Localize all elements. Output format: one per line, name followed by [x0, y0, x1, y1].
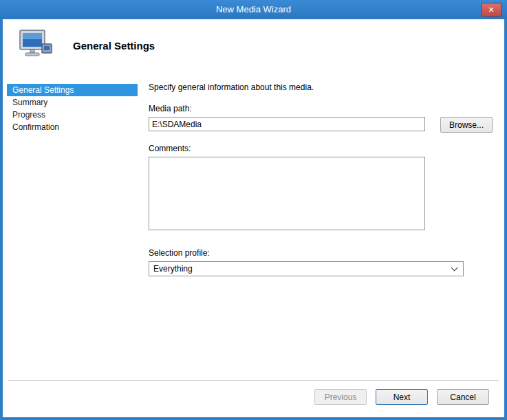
media-path-input[interactable]: [149, 117, 425, 131]
sidebar-item-confirmation[interactable]: Confirmation: [7, 121, 138, 133]
close-button[interactable]: ✕: [481, 3, 501, 16]
previous-button[interactable]: Previous: [314, 389, 367, 405]
titlebar[interactable]: New Media Wizard ✕: [0, 0, 507, 19]
selection-profile-dropdown[interactable]: Everything: [149, 261, 464, 276]
window-title: New Media Wizard: [0, 0, 507, 19]
browse-button[interactable]: Browse...: [440, 117, 493, 133]
selection-profile-label: Selection profile:: [149, 248, 495, 258]
wizard-steps-nav: General Settings Summary Progress Confir…: [3, 71, 139, 380]
computer-monitor-icon: [19, 29, 55, 62]
wizard-page-content: Specify general information about this m…: [139, 71, 504, 380]
comments-label: Comments:: [149, 144, 495, 153]
cancel-button[interactable]: Cancel: [437, 389, 489, 405]
sidebar-item-progress[interactable]: Progress: [7, 109, 138, 121]
new-media-wizard-window: New Media Wizard ✕ General Settings: [0, 0, 507, 420]
wizard-footer: Previous Next Cancel: [8, 380, 499, 417]
close-icon: ✕: [488, 5, 494, 14]
next-button[interactable]: Next: [376, 389, 428, 405]
chevron-down-icon: [451, 265, 458, 272]
sidebar-item-summary[interactable]: Summary: [7, 96, 138, 109]
selection-profile-value: Everything: [153, 264, 193, 274]
wizard-header: General Settings: [3, 19, 504, 71]
comments-textarea[interactable]: [149, 157, 425, 230]
page-description: Specify general information about this m…: [149, 82, 495, 92]
page-title: General Settings: [73, 40, 155, 52]
media-path-label: Media path:: [149, 104, 495, 113]
sidebar-item-general-settings[interactable]: General Settings: [7, 84, 138, 96]
